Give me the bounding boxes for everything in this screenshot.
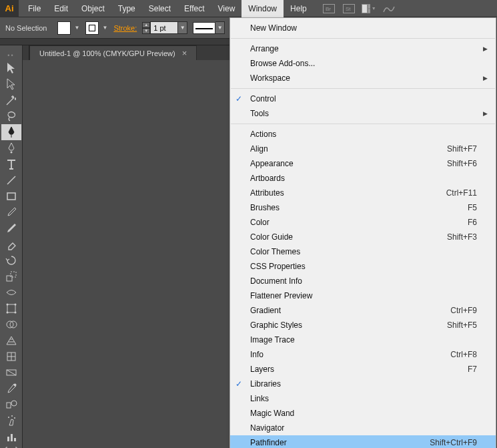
- menuitem-color[interactable]: ColorF6: [230, 215, 496, 230]
- menuitem-attributes[interactable]: AttributesCtrl+F11: [230, 186, 496, 200]
- stroke-caret-icon[interactable]: ▼: [101, 25, 108, 31]
- menuitem-shortcut: Shift+Ctrl+F9: [430, 438, 477, 447]
- svg-point-23: [8, 417, 9, 418]
- menuitem-shortcut: F6: [468, 218, 477, 227]
- menu-window[interactable]: Window: [241, 0, 284, 17]
- menuitem-image-trace[interactable]: Image Trace: [230, 332, 496, 347]
- stock-icon[interactable]: St: [342, 3, 356, 15]
- menu-view[interactable]: View: [211, 0, 242, 17]
- stroke-swatch[interactable]: [85, 21, 99, 35]
- menu-select[interactable]: Select: [142, 0, 177, 17]
- menuitem-arrange[interactable]: Arrange▶: [230, 41, 496, 56]
- perspective-grid-tool[interactable]: [1, 332, 21, 349]
- menuitem-label: CSS Properties: [250, 262, 477, 271]
- menuitem-graphic-styles[interactable]: Graphic StylesShift+F5: [230, 318, 496, 332]
- menuitem-color-themes[interactable]: Color Themes: [230, 244, 496, 259]
- menuitem-magic-wand[interactable]: Magic Wand: [230, 406, 496, 421]
- stroke-label[interactable]: Stroke:: [113, 24, 137, 32]
- menuitem-libraries[interactable]: ✓Libraries: [230, 377, 496, 391]
- menuitem-align[interactable]: AlignShift+F7: [230, 142, 496, 156]
- magic-wand-tool[interactable]: [1, 92, 21, 108]
- menuitem-label: Align: [250, 144, 447, 154]
- menuitem-css-properties[interactable]: CSS Properties: [230, 259, 496, 274]
- fill-caret-icon[interactable]: ▼: [73, 25, 80, 31]
- menuitem-info[interactable]: InfoCtrl+F8: [230, 347, 496, 362]
- fill-control[interactable]: ▼: [57, 21, 80, 35]
- rotate-tool[interactable]: [1, 252, 21, 268]
- menuitem-navigator[interactable]: Navigator: [230, 421, 496, 435]
- menuitem-new-window[interactable]: New Window: [230, 21, 496, 35]
- curvature-tool[interactable]: [1, 140, 21, 156]
- menu-help[interactable]: Help: [284, 0, 314, 17]
- menuitem-label: Brushes: [250, 203, 468, 212]
- rectangle-tool[interactable]: [1, 188, 21, 204]
- stroke-weight-caret[interactable]: ▼: [178, 21, 187, 34]
- artboard-tool[interactable]: [1, 445, 21, 448]
- mesh-tool[interactable]: [1, 349, 21, 365]
- bridge-icon[interactable]: Br: [322, 3, 336, 15]
- svg-point-14: [6, 312, 8, 314]
- chevron-right-icon: ▶: [483, 110, 488, 117]
- tools-panel-grip[interactable]: ••: [1, 52, 21, 59]
- menuitem-browse-add-ons[interactable]: Browse Add-ons...: [230, 56, 496, 71]
- svg-text:St: St: [346, 6, 351, 12]
- chevron-right-icon: ▶: [483, 75, 488, 81]
- scale-tool[interactable]: [1, 268, 21, 284]
- stroke-weight-up[interactable]: ▲: [142, 22, 150, 28]
- pen-tool[interactable]: [1, 124, 21, 140]
- menuitem-layers[interactable]: LayersF7: [230, 362, 496, 377]
- menuitem-gradient[interactable]: GradientCtrl+F9: [230, 303, 496, 318]
- direct-selection-tool[interactable]: [1, 76, 21, 92]
- gradient-tool[interactable]: [1, 365, 21, 381]
- symbol-sprayer-tool[interactable]: [1, 413, 21, 429]
- menu-edit[interactable]: Edit: [47, 0, 75, 17]
- column-graph-tool[interactable]: [1, 429, 21, 445]
- width-tool[interactable]: [1, 284, 21, 300]
- menuitem-label: Gradient: [250, 306, 450, 315]
- stroke-profile-preview[interactable]: [193, 22, 215, 34]
- chevron-right-icon: ▶: [483, 45, 488, 52]
- menubar: Ai FileEditObjectTypeSelectEffectViewWin…: [0, 0, 497, 17]
- line-segment-tool[interactable]: [1, 172, 21, 188]
- document-tab[interactable]: Untitled-1 @ 100% (CMYK/GPU Preview) ×: [29, 45, 197, 60]
- stroke-weight-down[interactable]: ▼: [142, 28, 150, 34]
- menuitem-appearance[interactable]: AppearanceShift+F6: [230, 156, 496, 171]
- menuitem-links[interactable]: Links: [230, 391, 496, 406]
- selection-tool[interactable]: [1, 60, 21, 76]
- menuitem-artboards[interactable]: Artboards: [230, 171, 496, 186]
- shape-builder-tool[interactable]: [1, 316, 21, 332]
- eyedropper-tool[interactable]: [1, 381, 21, 397]
- menuitem-shortcut: Shift+F6: [447, 159, 477, 168]
- type-tool[interactable]: [1, 156, 21, 172]
- menuitem-flattener-preview[interactable]: Flattener Preview: [230, 288, 496, 303]
- menuitem-label: Attributes: [250, 188, 446, 198]
- pencil-tool[interactable]: [1, 220, 21, 236]
- fill-swatch[interactable]: [57, 21, 71, 35]
- menu-type[interactable]: Type: [111, 0, 142, 17]
- gpu-icon[interactable]: [382, 3, 396, 15]
- menuitem-color-guide[interactable]: Color GuideShift+F3: [230, 230, 496, 244]
- menu-object[interactable]: Object: [75, 0, 111, 17]
- arrange-docs-icon[interactable]: ▼: [362, 3, 376, 15]
- stroke-swatch-control[interactable]: ▼: [85, 21, 108, 35]
- menu-file[interactable]: File: [21, 0, 47, 17]
- stroke-weight-input[interactable]: [150, 21, 178, 34]
- menuitem-workspace[interactable]: Workspace▶: [230, 71, 496, 85]
- stroke-weight-control[interactable]: ▲ ▼ ▼: [142, 21, 187, 34]
- menuitem-control[interactable]: ✓Control: [230, 91, 496, 106]
- menuitem-actions[interactable]: Actions: [230, 127, 496, 142]
- lasso-tool[interactable]: [1, 108, 21, 124]
- menuitem-pathfinder[interactable]: PathfinderShift+Ctrl+F9: [230, 435, 496, 448]
- menuitem-label: Layers: [250, 365, 468, 374]
- stroke-profile-caret[interactable]: ▼: [215, 21, 225, 34]
- eraser-tool[interactable]: [1, 236, 21, 252]
- menuitem-brushes[interactable]: BrushesF5: [230, 200, 496, 215]
- paintbrush-tool[interactable]: [1, 204, 21, 220]
- menuitem-tools[interactable]: Tools▶: [230, 106, 496, 121]
- blend-tool[interactable]: [1, 397, 21, 413]
- stroke-profile-control[interactable]: ▼: [193, 21, 225, 34]
- menuitem-document-info[interactable]: Document Info: [230, 274, 496, 288]
- free-transform-tool[interactable]: [1, 300, 21, 316]
- menu-effect[interactable]: Effect: [177, 0, 211, 17]
- close-icon[interactable]: ×: [182, 48, 187, 58]
